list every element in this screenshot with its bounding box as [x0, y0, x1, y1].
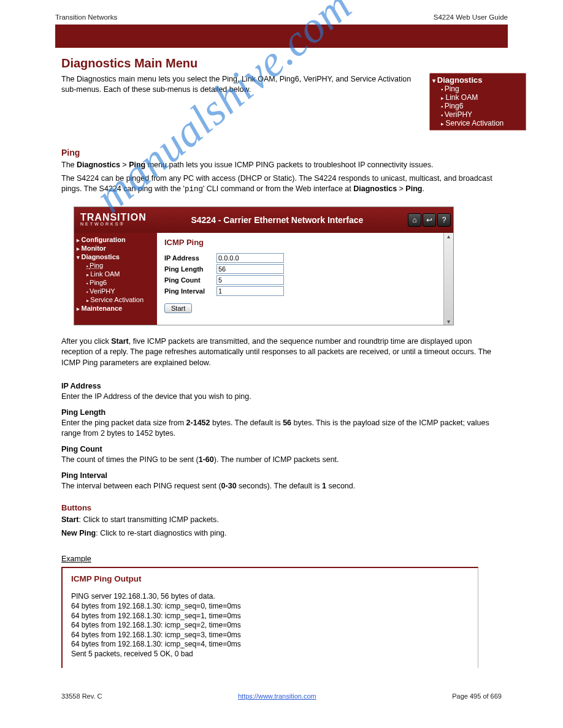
t: ping: [185, 185, 203, 194]
ip-address-input[interactable]: [216, 253, 284, 263]
mini-nav-item-svcact: Service Activation: [432, 119, 523, 127]
sidebar-configuration[interactable]: Configuration: [77, 235, 157, 244]
ping-intro-2: The S4224 can be pinged from any PC with…: [61, 173, 502, 195]
ui-main-panel: ICMP Ping IP Address Ping Length Ping Co…: [157, 233, 443, 325]
t: Enter the ping packet data size from: [61, 419, 186, 427]
transition-logo: TRANSITION NETWORKS®: [74, 213, 147, 226]
ui-toolbar: ⌂ ↩ ?: [408, 213, 453, 227]
output-line: PING server 192.168.1.30, 56 bytes of da…: [71, 592, 469, 602]
sidebar-item-linkoam[interactable]: Link OAM: [77, 270, 157, 278]
ping-output-box: ICMP Ping Output PING server 192.168.1.3…: [61, 567, 478, 667]
t: ' CLI command or from the Web interface …: [203, 184, 353, 193]
param-cnt-title: Ping Count: [61, 445, 502, 453]
home-icon[interactable]: ⌂: [408, 213, 421, 227]
t: second.: [326, 482, 355, 490]
output-line: 64 bytes from 192.168.1.30: icmp_seq=4, …: [71, 640, 469, 650]
t: Start: [61, 515, 79, 524]
param-len-desc: Enter the ping packet data size from 2-1…: [61, 418, 502, 439]
header-right: S4224 Web User Guide: [434, 13, 508, 21]
panel-heading: ICMP Ping: [164, 238, 439, 247]
t: 56: [283, 419, 291, 427]
t: bytes. The default is: [210, 419, 283, 427]
param-int-title: Ping Interval: [61, 471, 502, 480]
buttons-start-desc: Start: Click to start transmitting ICMP …: [61, 515, 502, 526]
mini-nav-item-linkoam: Link OAM: [432, 93, 523, 102]
example-label: Example: [61, 555, 563, 563]
output-heading: ICMP Ping Output: [71, 574, 469, 583]
ping-interval-input[interactable]: [216, 286, 284, 296]
t: pinged: [126, 174, 150, 183]
footer-right: Page 495 of 669: [452, 692, 502, 700]
output-line: 64 bytes from 192.168.1.30: icmp_seq=0, …: [71, 602, 469, 612]
logo-main: TRANSITION: [80, 212, 147, 222]
mini-nav-item-ping6: Ping6: [432, 102, 523, 110]
scrollbar[interactable]: ▴ ▾: [443, 233, 453, 325]
output-line: 64 bytes from 192.168.1.30: icmp_seq=3, …: [71, 631, 469, 640]
mini-nav-header: Diagnostics: [432, 75, 523, 85]
buttons-heading: Buttons: [61, 503, 563, 512]
param-ip-desc: Enter the IP Address of the device that …: [61, 392, 502, 402]
output-line: Sent 5 packets, received 5 OK, 0 bad: [71, 650, 469, 659]
ping-heading: Ping: [61, 148, 563, 157]
help-icon[interactable]: ?: [437, 213, 451, 227]
t: Ping: [405, 184, 422, 193]
scroll-up-icon[interactable]: ▴: [444, 233, 453, 240]
ui-title: S4224 - Carrier Ethernet Network Interfa…: [147, 215, 408, 225]
ping-count-label: Ping Count: [164, 276, 216, 284]
logo-sub: NETWORKS®: [80, 222, 147, 226]
sidebar-item-veriphy[interactable]: VeriPHY: [77, 287, 157, 295]
param-definitions: IP Address Enter the IP Address of the d…: [61, 382, 502, 491]
output-line: 64 bytes from 192.168.1.30: icmp_seq=2, …: [71, 621, 469, 631]
t: >: [120, 161, 129, 169]
ui-sidebar: Configuration Monitor Diagnostics Ping L…: [74, 233, 157, 325]
ping-length-input[interactable]: [216, 264, 284, 274]
mini-nav-item-ping: Ping: [432, 85, 523, 93]
logout-icon[interactable]: ↩: [423, 213, 436, 227]
ping-intro-1: The Diagnostics > Ping menu path lets yo…: [61, 160, 502, 171]
t: >: [397, 184, 405, 193]
output-line: 64 bytes from 192.168.1.30: icmp_seq=1, …: [71, 612, 469, 621]
t: 0-30: [221, 482, 237, 490]
param-int-desc: The interval between each PING request s…: [61, 481, 502, 491]
t: The interval between each PING request s…: [61, 482, 221, 490]
page-footer: 33558 Rev. C https://www.transition.com …: [61, 692, 502, 700]
t: .: [422, 184, 424, 193]
sidebar-item-ping6[interactable]: Ping6: [77, 278, 157, 287]
t: Diagnostics: [77, 161, 120, 169]
t: The count of times the PING to be sent (: [61, 455, 199, 464]
t: New Ping: [61, 529, 96, 537]
t: 1: [322, 482, 326, 490]
t: seconds). The default is: [237, 482, 322, 490]
intro-paragraph: The Diagnostics main menu lets you selec…: [61, 73, 417, 95]
t: : Click to start transmitting ICMP packe…: [79, 515, 218, 524]
buttons-newping-desc: New Ping: Click to re-start diagnostics …: [61, 528, 502, 539]
sidebar-item-ping[interactable]: Ping: [77, 261, 157, 270]
t: The: [61, 161, 77, 169]
t: The S4224 can be: [61, 174, 126, 183]
footer-link[interactable]: https://www.transition.com: [238, 692, 316, 700]
start-button[interactable]: Start: [164, 303, 192, 313]
param-ip-title: IP Address: [61, 382, 502, 390]
t: : Click to re-start diagnostics with pin…: [96, 529, 226, 537]
param-len-title: Ping Length: [61, 408, 502, 417]
scroll-down-icon[interactable]: ▾: [444, 318, 453, 325]
ping-length-label: Ping Length: [164, 265, 216, 273]
t: ). The number of ICMP packets sent.: [214, 455, 339, 464]
sidebar-diagnostics[interactable]: Diagnostics: [77, 252, 157, 261]
page-running-header: Transition Networks S4224 Web User Guide: [0, 0, 563, 25]
header-left: Transition Networks: [55, 13, 117, 21]
t: Diagnostics: [353, 184, 397, 193]
ping-interval-label: Ping Interval: [164, 287, 216, 295]
footer-left: 33558 Rev. C: [61, 692, 102, 700]
ping-count-input[interactable]: [216, 275, 284, 285]
sidebar-maintenance[interactable]: Maintenance: [77, 304, 157, 313]
mini-nav-item-veriphy: VeriPHY: [432, 110, 523, 119]
ui-titlebar: TRANSITION NETWORKS® S4224 - Carrier Eth…: [74, 207, 453, 233]
t: After you click: [61, 337, 111, 346]
section-title: Diagnostics Main Menu: [61, 56, 563, 70]
diagnostics-mini-nav: Diagnostics Ping Link OAM Ping6 VeriPHY …: [429, 73, 526, 131]
sidebar-item-svcact[interactable]: Service Activation: [77, 295, 157, 304]
t: menu path lets you issue ICMP PING packe…: [145, 161, 433, 169]
t: Start: [111, 337, 128, 346]
sidebar-monitor[interactable]: Monitor: [77, 244, 157, 252]
